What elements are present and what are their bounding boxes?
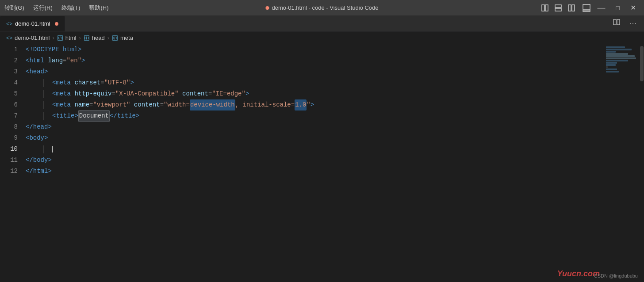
code-line-10 [26,144,600,155]
code-line-6: <meta name="viewport" content="width=dev… [26,99,600,111]
code-line-12: </html> [26,166,600,177]
more-actions-button[interactable]: ⋯ [626,17,640,29]
breadcrumb: <> demo-01.html › html › head › me [0,32,644,44]
line-num-11: 11 [0,155,18,166]
tabbar-actions: ⋯ [610,17,644,31]
tabbar: <> demo-01.html ⋯ [0,15,644,32]
code-line-1: <!DOCTYPE html> [26,44,600,55]
close-button[interactable]: ✕ [627,4,640,12]
minimap-line-9 [606,64,616,66]
minimap-line-3 [606,51,616,53]
line-num-9: 9 [0,133,18,144]
svg-rect-6 [583,4,590,10]
svg-rect-1 [545,5,548,11]
layout-icon-2[interactable] [554,4,562,12]
minimap-line-2 [606,49,632,50]
layout-icon-3[interactable] [567,4,575,12]
breadcrumb-meta-icon [112,34,118,41]
svg-rect-8 [613,19,616,25]
titlebar-title: demo-01.html - code - Visual Studio Code [265,4,378,11]
code-line-7: <title>Document</title> [26,111,600,122]
menu-terminal[interactable]: 终端(T) [61,4,80,12]
breadcrumb-head-icon [84,34,90,41]
titlebar-menu: 转到(G) 运行(R) 终端(T) 帮助(H) [4,4,108,12]
editor: 1 2 3 4 5 6 7 8 9 10 11 12 <!DOCTYPE htm… [0,44,644,282]
code-line-2: <html lang="en"> [26,55,600,66]
unsaved-dot [265,6,269,10]
active-tab[interactable]: <> demo-01.html [0,16,65,31]
tab-label: demo-01.html [15,20,50,27]
breadcrumb-sep-1: › [53,34,54,41]
window-controls: — □ ✕ [541,3,640,12]
minimap-content [604,44,640,75]
breadcrumb-html[interactable]: html [57,34,77,41]
breadcrumb-file[interactable]: <> demo-01.html [6,34,50,41]
svg-rect-0 [542,5,544,11]
svg-rect-3 [555,8,561,11]
line-num-12: 12 [0,166,18,177]
tab-unsaved-indicator [55,22,58,26]
code-line-5: <meta http-equiv="X-UA-Compatible" conte… [26,88,600,99]
titlebar: 转到(G) 运行(R) 终端(T) 帮助(H) demo-01.html - c… [0,0,644,15]
minimap-line-7 [606,60,628,61]
breadcrumb-head-label: head [92,34,105,41]
minimap-line-11 [606,69,617,70]
breadcrumb-meta[interactable]: meta [112,34,133,41]
line-num-3: 3 [0,66,18,77]
line-num-8: 8 [0,122,18,133]
maximize-button[interactable]: □ [613,4,623,11]
line-num-2: 2 [0,55,18,66]
svg-rect-9 [617,19,620,25]
code-line-11: </body> [26,155,600,166]
minimap-line-8 [606,62,617,64]
code-area[interactable]: <!DOCTYPE html> <html lang="en"> <head> … [21,44,604,282]
minimap-line-4 [606,53,628,55]
breadcrumb-file-icon: <> [6,35,12,41]
breadcrumb-sep-2: › [79,34,80,41]
menu-goto[interactable]: 转到(G) [4,4,24,12]
minimap-line-10 [606,66,608,68]
line-num-4: 4 [0,77,18,88]
minimap-line-6 [606,57,636,59]
menu-help[interactable]: 帮助(H) [89,4,108,12]
svg-rect-2 [555,5,561,8]
split-editor-button[interactable] [610,18,623,28]
breadcrumb-filename: demo-01.html [15,34,50,41]
line-num-7: 7 [0,111,18,122]
line-num-6: 6 [0,99,18,111]
breadcrumb-html-label: html [65,34,77,41]
breadcrumb-sep-3: › [107,34,109,41]
line-numbers: 1 2 3 4 5 6 7 8 9 10 11 12 [0,44,21,282]
window-title: demo-01.html - code - Visual Studio Code [272,4,378,11]
line-num-5: 5 [0,88,18,99]
watermark-yuucn: Yuucn.com [557,269,600,278]
watermark-csdn: CSDN @lingdububu [594,273,638,278]
svg-rect-7 [583,10,590,11]
minimap-line-1 [606,46,625,48]
breadcrumb-head[interactable]: head [84,34,105,41]
minimap [604,44,640,282]
code-line-8: </head> [26,122,600,133]
minimap-line-12 [606,71,619,72]
tab-file-icon: <> [6,21,12,27]
svg-rect-4 [568,5,571,11]
line-num-1: 1 [0,44,18,55]
breadcrumb-html-icon [57,34,63,41]
menu-run[interactable]: 运行(R) [33,4,53,12]
code-line-4: <meta charset="UTF-8"> [26,77,600,88]
line-num-10: 10 [0,144,18,155]
breadcrumb-meta-label: meta [120,34,133,41]
editor-scrollbar[interactable] [640,44,644,282]
layout-icon-1[interactable] [541,4,549,12]
svg-rect-5 [572,5,575,11]
code-line-9: <body> [26,133,600,144]
text-cursor [52,146,53,152]
minimap-line-5 [606,55,635,57]
scrollbar-thumb[interactable] [640,46,644,81]
minimize-button[interactable]: — [594,3,609,12]
panels-icon[interactable] [583,4,590,12]
code-line-3: <head> [26,66,600,77]
